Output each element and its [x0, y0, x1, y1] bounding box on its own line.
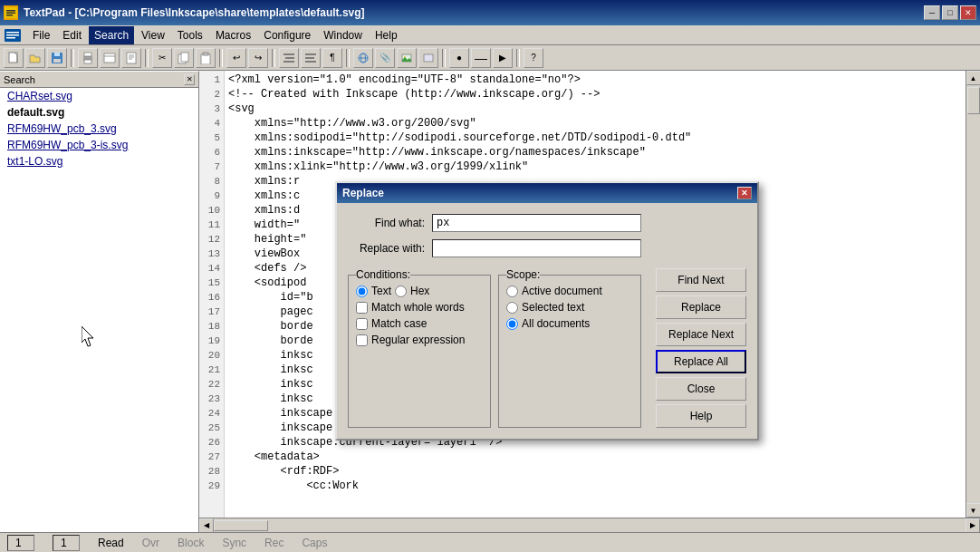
minimize-button[interactable]: ─ — [924, 5, 940, 20]
toolbar-web[interactable] — [353, 48, 373, 68]
code-line-28: <rdf:RDF> — [228, 464, 962, 479]
menu-edit[interactable]: Edit — [57, 26, 87, 44]
toolbar-open[interactable] — [25, 48, 45, 68]
toolbar-redo[interactable]: ↪ — [248, 48, 268, 68]
status-block: Block — [178, 537, 204, 549]
code-line-3: <svg — [228, 102, 962, 116]
toolbar-cut[interactable]: ✂ — [152, 48, 172, 68]
toolbar-print2[interactable] — [100, 48, 120, 68]
all-docs-row: All documents — [506, 317, 633, 330]
replace-with-input[interactable] — [432, 239, 641, 257]
regex-checkbox[interactable] — [356, 334, 368, 346]
text-radio-label: Text — [371, 285, 391, 297]
toolbar-paste[interactable] — [196, 48, 216, 68]
toolbar-clip[interactable]: 📎 — [375, 48, 395, 68]
sidebar-item-0[interactable]: CHARset.svg — [0, 88, 198, 104]
line-num-27: 27 — [199, 450, 224, 464]
find-next-button[interactable]: Find Next — [656, 268, 746, 292]
close-button[interactable]: Close — [656, 377, 746, 401]
toolbar-indent[interactable] — [279, 48, 299, 68]
toolbar-new[interactable] — [4, 48, 24, 68]
app-logo — [4, 27, 22, 44]
menu-view[interactable]: View — [136, 26, 170, 44]
scroll-left-button[interactable]: ◀ — [199, 518, 214, 533]
match-case-checkbox[interactable] — [356, 318, 368, 330]
menu-configure[interactable]: Configure — [258, 26, 316, 44]
replace-dialog[interactable]: Replace ✕ Find what: Replace with: Condi… — [335, 181, 759, 441]
toolbar-print[interactable] — [78, 48, 98, 68]
scroll-thumb[interactable] — [967, 87, 980, 114]
toolbar-img[interactable] — [397, 48, 417, 68]
line-numbers: 1234567891011121314151617181920212223242… — [199, 71, 225, 518]
sidebar-title: Search — [4, 74, 35, 85]
vertical-scrollbar[interactable]: ▲ ▼ — [966, 71, 980, 518]
line-num-20: 20 — [199, 348, 224, 363]
toolbar-sep-5 — [346, 49, 350, 67]
all-documents-radio[interactable] — [506, 318, 518, 330]
toolbar-save[interactable] — [47, 48, 67, 68]
scroll-down-button[interactable]: ▼ — [966, 503, 981, 518]
toolbar-dash[interactable]: — — [471, 48, 491, 68]
svg-rect-5 — [6, 32, 19, 34]
menu-search[interactable]: Search — [89, 26, 134, 44]
dialog-body: Find what: Replace with: Conditions: — [337, 203, 757, 439]
svg-rect-10 — [54, 53, 60, 56]
sidebar-item-1[interactable]: default.svg — [0, 104, 198, 121]
toolbar-undo[interactable]: ↩ — [226, 48, 246, 68]
line-num-3: 3 — [199, 102, 224, 116]
toolbar-more[interactable]: ▶ — [493, 48, 513, 68]
replace-all-button[interactable]: Replace All — [656, 350, 746, 373]
line-num-1: 1 — [199, 73, 224, 87]
line-num-24: 24 — [199, 406, 224, 421]
toolbar-question[interactable]: ? — [524, 48, 543, 68]
toolbar-img2[interactable] — [418, 48, 438, 68]
code-line-1: <?xml version="1.0" encoding="UTF-8" sta… — [228, 73, 962, 87]
window-controls: ─ □ ✕ — [924, 5, 976, 20]
help-button[interactable]: Help — [656, 404, 746, 428]
status-sync: Sync — [222, 537, 246, 549]
sidebar-item-2[interactable]: RFM69HW_pcb_3.svg — [0, 121, 198, 137]
sidebar-item-4[interactable]: txt1-LO.svg — [0, 153, 198, 169]
toolbar-outdent[interactable] — [301, 48, 321, 68]
replace-button[interactable]: Replace — [656, 295, 746, 319]
status-line: 1 — [7, 535, 34, 551]
menu-help[interactable]: Help — [370, 26, 403, 44]
status-read: Read — [98, 537, 124, 549]
line-num-14: 14 — [199, 261, 224, 276]
code-line-27: <metadata> — [228, 450, 962, 464]
toolbar-sep-7 — [516, 49, 520, 67]
active-document-radio[interactable] — [506, 286, 518, 297]
menu-bar: File Edit Search View Tools Macros Confi… — [0, 25, 980, 45]
scroll-right-button[interactable]: ▶ — [966, 518, 980, 533]
sidebar-item-3[interactable]: RFM69HW_pcb_3-is.svg — [0, 137, 198, 153]
text-radio[interactable] — [356, 286, 368, 297]
hex-radio[interactable] — [395, 286, 407, 297]
match-whole-words-checkbox[interactable] — [356, 302, 368, 314]
toolbar-preview[interactable] — [121, 48, 141, 68]
match-case-label: Match case — [371, 317, 427, 330]
replace-next-button[interactable]: Replace Next — [656, 323, 746, 346]
hscroll-thumb[interactable] — [214, 520, 268, 531]
horizontal-scrollbar[interactable]: ◀ ▶ — [199, 518, 980, 532]
maximize-button[interactable]: □ — [942, 5, 958, 20]
status-caps: Caps — [302, 537, 327, 549]
toolbar-bullet[interactable]: ● — [449, 48, 469, 68]
text-radio-row: Text Hex — [356, 285, 483, 297]
dialog-close-button[interactable]: ✕ — [737, 187, 752, 199]
menu-tools[interactable]: Tools — [172, 26, 208, 44]
match-whole-words-row: Match whole words — [356, 301, 483, 314]
line-num-4: 4 — [199, 116, 224, 131]
close-button[interactable]: ✕ — [960, 5, 976, 20]
line-num-9: 9 — [199, 189, 224, 203]
menu-file[interactable]: File — [27, 26, 55, 44]
menu-macros[interactable]: Macros — [210, 26, 256, 44]
sidebar: Search ✕ CHARset.svgdefault.svgRFM69HW_p… — [0, 71, 199, 532]
menu-window[interactable]: Window — [318, 26, 368, 44]
find-what-input[interactable] — [432, 214, 641, 232]
sidebar-close-button[interactable]: ✕ — [184, 74, 195, 85]
selected-text-radio[interactable] — [506, 302, 518, 314]
scroll-up-button[interactable]: ▲ — [966, 71, 981, 85]
toolbar-copy[interactable] — [174, 48, 194, 68]
status-col: 1 — [53, 535, 80, 551]
toolbar-pilcrow[interactable]: ¶ — [322, 48, 342, 68]
